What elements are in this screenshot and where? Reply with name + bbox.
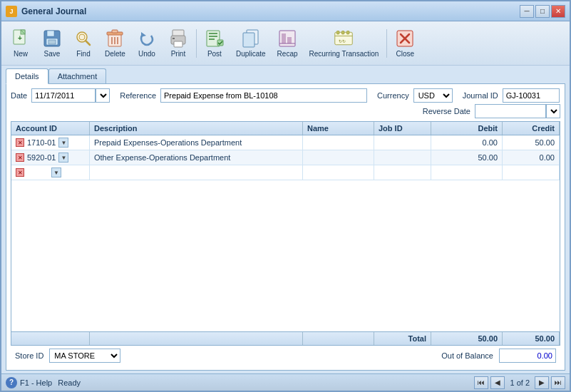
table-row-empty: ✕ ▼: [11, 165, 560, 180]
maximize-button[interactable]: □: [535, 5, 550, 18]
table-row: ✕ 5920-01 ▼ Other Expense-Operations Dep…: [11, 150, 560, 165]
cell-account-id-1[interactable]: ✕ 1710-01 ▼: [11, 135, 90, 150]
table-row: ✕ 1710-01 ▼ Prepaid Expenses-Operations …: [11, 135, 560, 150]
cell-name-new[interactable]: [303, 165, 374, 180]
row-delete-btn-2[interactable]: ✕: [16, 153, 24, 162]
svg-rect-30: [282, 33, 286, 43]
reference-input[interactable]: [160, 88, 367, 103]
close-window-button[interactable]: ✕: [551, 5, 565, 18]
app-icon: J: [6, 6, 17, 17]
print-label: Print: [171, 50, 186, 58]
svg-line-9: [86, 41, 90, 45]
recap-button[interactable]: Recap: [272, 25, 303, 62]
cell-description-1[interactable]: Prepaid Expenses-Operations Department: [90, 135, 303, 150]
store-id-select[interactable]: MA STORE NY STORE CA STORE: [49, 349, 120, 363]
print-button[interactable]: Print: [163, 25, 193, 62]
page-info: 1 of 2: [510, 378, 530, 387]
svg-rect-7: [48, 40, 56, 44]
footer-empty-2: [90, 332, 303, 345]
tab-attachment[interactable]: Attachment: [48, 68, 107, 84]
find-icon: [73, 29, 93, 48]
page-current: 1: [510, 378, 514, 387]
currency-select[interactable]: USD EUR GBP: [413, 88, 453, 103]
close-button[interactable]: Close: [390, 25, 420, 62]
svg-rect-24: [209, 36, 217, 37]
tab-details[interactable]: Details: [6, 68, 48, 84]
cell-description-new[interactable]: [90, 165, 303, 180]
new-icon: +: [11, 29, 31, 48]
account-dropdown-btn-1[interactable]: ▼: [58, 138, 68, 148]
journal-id-input[interactable]: [503, 88, 560, 103]
bottom-bar: Store ID MA STORE NY STORE CA STORE Out …: [11, 346, 560, 366]
journal-id-label: Journal ID: [463, 91, 498, 100]
footer-empty-1: [11, 332, 90, 345]
account-id-value-1: 1710-01: [27, 138, 56, 147]
date-label: Date: [11, 91, 27, 100]
new-button[interactable]: + New: [6, 25, 36, 62]
svg-rect-36: [347, 31, 350, 34]
help-key-label: F1 - Help: [20, 378, 52, 387]
date-input[interactable]: [31, 88, 96, 103]
toolbar: + New Save: [1, 21, 570, 66]
status-text: Ready: [58, 378, 81, 387]
total-credit: 50.00: [503, 332, 560, 345]
cell-job-id-1[interactable]: [374, 135, 431, 150]
status-bar: ? F1 - Help Ready ⏮ ◀ 1 of 2 ▶ ⏭: [1, 373, 570, 391]
col-name: Name: [303, 122, 374, 135]
account-dropdown-btn-2[interactable]: ▼: [58, 153, 68, 163]
duplicate-button[interactable]: Duplicate: [231, 25, 271, 62]
grid-footer: Total 50.00 50.00: [11, 331, 560, 345]
undo-icon: [137, 29, 157, 48]
undo-button[interactable]: Undo: [132, 25, 162, 62]
toolbar-separator-2: [386, 29, 387, 58]
post-button[interactable]: Post: [200, 25, 230, 62]
cell-description-2[interactable]: Other Expense-Operations Department: [90, 150, 303, 165]
cell-name-1[interactable]: [303, 135, 374, 150]
total-label: Total: [374, 332, 431, 345]
help-icon: ?: [6, 377, 17, 388]
cell-debit-new[interactable]: [431, 165, 503, 180]
date-picker[interactable]: ▼: [96, 88, 110, 103]
account-dropdown-btn-new[interactable]: ▼: [51, 167, 61, 177]
nav-last-button[interactable]: ⏭: [551, 376, 565, 389]
cell-debit-1[interactable]: 0.00: [431, 135, 503, 150]
journal-grid: Account ID Description Name Job ID Debit…: [11, 121, 560, 346]
find-button[interactable]: Find: [68, 25, 98, 62]
grid-body: ✕ 1710-01 ▼ Prepaid Expenses-Operations …: [11, 135, 560, 331]
cell-credit-1[interactable]: 50.00: [503, 135, 560, 150]
cell-account-id-new[interactable]: ✕ ▼: [11, 165, 90, 180]
nav-first-button[interactable]: ⏮: [474, 376, 488, 389]
svg-text:↻: ↻: [339, 38, 342, 43]
nav-next-button[interactable]: ▶: [535, 376, 549, 389]
duplicate-label: Duplicate: [236, 50, 266, 58]
row-delete-btn-new[interactable]: ✕: [16, 168, 24, 177]
page-of-label: of: [517, 378, 523, 387]
reverse-date-picker[interactable]: ▼: [546, 104, 560, 118]
cell-name-2[interactable]: [303, 150, 374, 165]
cell-job-id-new[interactable]: [374, 165, 431, 180]
svg-rect-34: [337, 31, 340, 34]
recap-icon: [277, 29, 297, 48]
cell-credit-2[interactable]: 0.00: [503, 150, 560, 165]
cell-account-id-2[interactable]: ✕ 5920-01 ▼: [11, 150, 90, 165]
close-icon: [395, 29, 415, 48]
account-id-value-2: 5920-01: [27, 153, 56, 162]
save-button[interactable]: Save: [37, 25, 67, 62]
nav-prev-button[interactable]: ◀: [490, 376, 505, 389]
content-area: Details Attachment Date ▼ Reference Curr…: [1, 66, 570, 373]
date-row: Date ▼ Reference Currency USD EUR GBP Jo…: [11, 88, 560, 103]
delete-button[interactable]: Delete: [100, 25, 130, 62]
svg-rect-21: [173, 38, 175, 39]
cell-credit-new[interactable]: [503, 165, 560, 180]
svg-text:↻: ↻: [343, 38, 346, 43]
reference-label: Reference: [120, 91, 156, 100]
cell-job-id-2[interactable]: [374, 150, 431, 165]
store-id-label: Store ID: [15, 351, 43, 360]
minimize-button[interactable]: ─: [520, 5, 534, 18]
row-delete-btn-1[interactable]: ✕: [16, 138, 24, 147]
reverse-date-input[interactable]: [475, 104, 546, 118]
cell-debit-2[interactable]: 50.00: [431, 150, 503, 165]
save-label: Save: [44, 50, 61, 58]
delete-label: Delete: [105, 50, 125, 58]
recurring-button[interactable]: ↻ ↻ Recurring Transaction: [304, 25, 384, 62]
